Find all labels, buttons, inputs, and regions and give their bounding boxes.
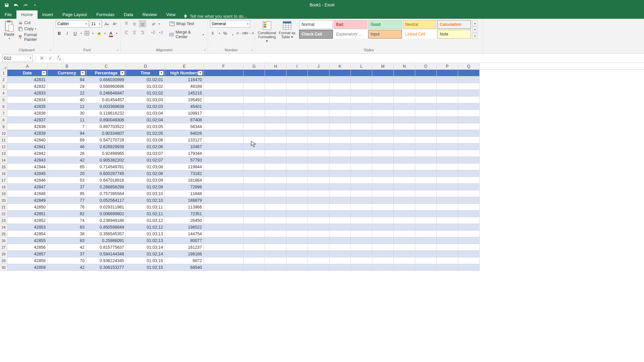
cell[interactable] [286, 217, 308, 224]
wrap-text-button[interactable]: Wrap Text [168, 20, 206, 27]
cell[interactable] [265, 170, 286, 177]
align-left-button[interactable] [123, 29, 130, 36]
cell[interactable] [415, 170, 437, 177]
cell[interactable]: 73182 [165, 170, 204, 177]
cell[interactable] [204, 231, 244, 237]
cell[interactable]: 0.890049306 [87, 117, 126, 123]
cell[interactable]: 0.647018916 [87, 177, 126, 184]
tab-data[interactable]: Data [119, 10, 138, 19]
cell[interactable]: 01:03;04 [126, 110, 165, 117]
cell[interactable]: 01:02;08 [126, 170, 165, 177]
cell[interactable] [351, 264, 372, 271]
cell[interactable] [351, 257, 372, 264]
cell[interactable] [351, 123, 372, 130]
cell[interactable] [351, 197, 372, 204]
cell[interactable]: 0.90334607 [87, 130, 126, 137]
cell[interactable] [286, 76, 308, 83]
cell[interactable] [265, 190, 286, 197]
formula-input[interactable] [63, 55, 644, 62]
cell[interactable]: 01:02;11 [126, 210, 165, 217]
cell[interactable] [415, 123, 437, 130]
cell[interactable] [351, 184, 372, 190]
cell[interactable]: 01:03;10 [126, 190, 165, 197]
cell[interactable]: 196522 [165, 224, 204, 231]
row-header[interactable]: 8 [0, 117, 7, 123]
tab-insert[interactable]: Insert [38, 10, 58, 19]
cell[interactable] [437, 184, 458, 190]
cell[interactable] [458, 197, 480, 204]
cell[interactable] [458, 177, 480, 184]
align-middle-button[interactable] [131, 20, 138, 27]
cell[interactable]: 42854 [7, 231, 48, 237]
cell[interactable] [351, 170, 372, 177]
cell[interactable] [458, 143, 480, 150]
row-header[interactable]: 18 [0, 184, 7, 190]
cell[interactable] [415, 150, 437, 157]
cell[interactable] [286, 257, 308, 264]
cell[interactable] [308, 137, 329, 143]
cell[interactable] [415, 177, 437, 184]
cell[interactable] [308, 184, 329, 190]
fill-color-button[interactable] [95, 29, 103, 37]
cell[interactable] [437, 70, 458, 76]
cell[interactable] [308, 70, 329, 76]
tell-me-search[interactable]: Tell me what you want to do... [180, 14, 250, 19]
cell[interactable] [372, 257, 394, 264]
italic-button[interactable]: I [64, 29, 71, 37]
increase-decimal-button[interactable]: .0→.00 [237, 29, 245, 37]
cell[interactable] [286, 83, 308, 90]
cell[interactable]: 0.594144348 [87, 251, 126, 257]
cell[interactable] [286, 150, 308, 157]
cell[interactable]: 42855 [7, 237, 48, 244]
cell[interactable] [265, 264, 286, 271]
cell[interactable] [308, 177, 329, 184]
cell[interactable]: 113966 [165, 204, 204, 210]
cell[interactable] [415, 110, 437, 117]
cell[interactable]: 01:03;07 [126, 150, 165, 157]
column-header-A[interactable]: A [7, 63, 48, 69]
cell[interactable] [458, 184, 480, 190]
cell[interactable] [458, 257, 480, 264]
cell[interactable]: 22 [48, 90, 87, 97]
cell[interactable]: 26 [48, 150, 87, 157]
cell[interactable]: 46 [48, 143, 87, 150]
cell[interactable] [394, 70, 415, 76]
cell[interactable] [437, 197, 458, 204]
cell[interactable] [394, 190, 415, 197]
cell[interactable] [372, 123, 394, 130]
cell[interactable] [351, 217, 372, 224]
cell[interactable] [415, 117, 437, 123]
cell[interactable] [437, 251, 458, 257]
cell[interactable] [372, 103, 394, 110]
cell[interactable] [265, 90, 286, 97]
cell[interactable] [394, 217, 415, 224]
cell[interactable]: 01:03;08 [126, 164, 165, 170]
cell[interactable]: 42838 [7, 123, 48, 130]
cell[interactable] [204, 150, 244, 157]
cell[interactable]: 0.757395564 [87, 190, 126, 197]
cell[interactable] [394, 231, 415, 237]
cut-button[interactable]: Cut [17, 20, 51, 25]
number-format-combo[interactable]: General▾ [210, 20, 250, 27]
cell[interactable] [329, 264, 351, 271]
cell[interactable]: 74 [48, 217, 87, 224]
cell[interactable] [244, 244, 265, 251]
cell[interactable] [437, 130, 458, 137]
cell[interactable] [415, 137, 437, 143]
cell[interactable] [415, 97, 437, 103]
cell[interactable]: 01:03;12 [126, 217, 165, 224]
cell[interactable]: 0.81454457 [87, 97, 126, 103]
cell[interactable] [286, 264, 308, 271]
cell[interactable] [458, 97, 480, 103]
cell[interactable] [329, 251, 351, 257]
cell[interactable] [308, 90, 329, 97]
cell[interactable]: 42839 [7, 130, 48, 137]
cell[interactable] [265, 76, 286, 83]
cell[interactable]: 42832 [7, 83, 48, 90]
cell[interactable] [244, 76, 265, 83]
cell[interactable] [372, 244, 394, 251]
bold-button[interactable]: B [56, 29, 63, 37]
filter-button[interactable] [120, 71, 125, 75]
cell[interactable] [265, 224, 286, 231]
style-good[interactable]: Good [368, 20, 402, 29]
